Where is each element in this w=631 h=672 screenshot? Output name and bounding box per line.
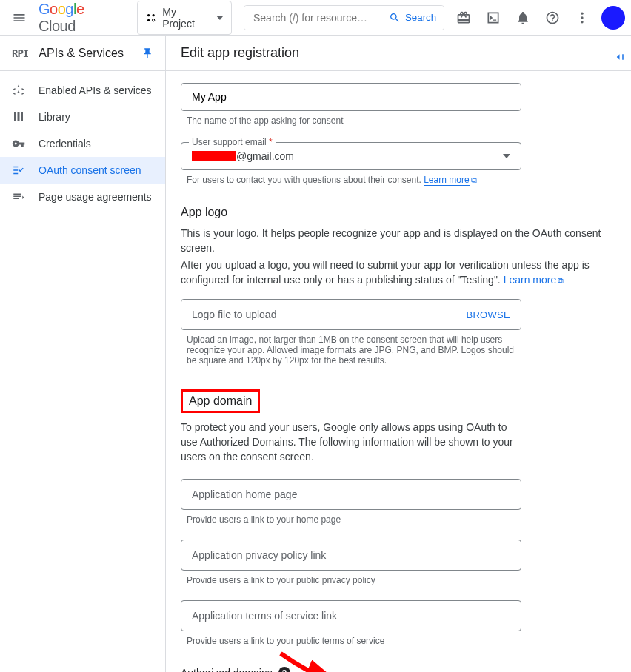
app-logo-desc1: This is your logo. It helps people recog… <box>181 226 616 255</box>
external-link-icon: ⧉ <box>471 175 477 184</box>
project-picker[interactable]: My Project <box>137 1 232 35</box>
learn-more-link[interactable]: Learn more <box>424 175 469 186</box>
api-icon: RPI <box>12 47 28 59</box>
main: Edit app registration The name of the ap… <box>166 36 631 672</box>
privacy-policy-input[interactable] <box>192 549 510 561</box>
user-email-help: For users to contact you with questions … <box>187 175 616 185</box>
header-utilities <box>450 4 625 31</box>
chevron-down-icon <box>503 154 510 158</box>
logo-upload-label: Logo file to upload <box>192 309 276 320</box>
redacted-email-prefix <box>192 151 236 161</box>
app-name-help: The name of the app asking for consent <box>187 115 616 126</box>
sidebar-item-page-usage[interactable]: Page usage agreements <box>0 184 165 210</box>
search-container: Search <box>244 5 444 30</box>
search-icon <box>389 12 401 24</box>
sidebar-item-credentials[interactable]: Credentials <box>0 130 165 157</box>
search-button[interactable]: Search <box>378 6 444 30</box>
privacy-policy-field[interactable] <box>181 540 521 571</box>
sidebar-title: APIs & Services <box>39 47 124 60</box>
privacy-policy-help: Provide users a link to your public priv… <box>187 575 616 585</box>
tos-input[interactable] <box>192 610 510 622</box>
svg-point-1 <box>152 14 154 16</box>
notifications-icon[interactable] <box>510 4 536 31</box>
sidebar-item-label: OAuth consent screen <box>39 164 141 176</box>
tos-help: Provide users a link to your public term… <box>187 636 616 646</box>
learn-more-link[interactable]: Learn more <box>504 274 557 286</box>
sidebar-header: RPI APIs & Services <box>0 36 165 71</box>
svg-point-0 <box>147 14 149 16</box>
google-cloud-logo[interactable]: Google Cloud <box>39 1 125 35</box>
pin-icon[interactable] <box>141 47 153 59</box>
sidebar-item-oauth-consent[interactable]: OAuth consent screen <box>0 157 165 184</box>
help-icon[interactable] <box>539 4 566 31</box>
email-suffix: @gmail.com <box>236 150 294 162</box>
home-page-help: Provide users a link to your home page <box>187 514 616 525</box>
app-logo-desc2: After you upload a logo, you will need t… <box>181 258 616 287</box>
project-name: My Project <box>162 6 210 30</box>
sidebar-item-library[interactable]: Library <box>0 104 165 130</box>
main-header: Edit app registration <box>166 36 631 71</box>
gift-icon[interactable] <box>450 4 477 31</box>
top-header: Google Cloud My Project Search <box>0 0 631 36</box>
app-domain-desc: To protect you and your users, Google on… <box>181 420 521 464</box>
logo-upload-field[interactable]: Logo file to upload BROWSE <box>181 299 521 330</box>
app-logo-heading: App logo <box>181 206 616 219</box>
sidebar-item-label: Page usage agreements <box>39 191 152 203</box>
logo-upload-help: Upload an image, not larger than 1MB on … <box>187 335 521 366</box>
cloud-shell-icon[interactable] <box>480 4 507 31</box>
user-support-email-field[interactable]: User support email * @gmail.com <box>181 142 521 170</box>
app-name-field[interactable] <box>181 83 521 111</box>
authorized-domains-heading: Authorized domains <box>181 667 273 672</box>
user-email-label: User support email * <box>189 137 276 147</box>
avatar[interactable] <box>601 6 625 30</box>
browse-button[interactable]: BROWSE <box>466 309 510 320</box>
project-icon <box>145 12 157 24</box>
sidebar: RPI APIs & Services Enabled APIs & servi… <box>0 36 166 672</box>
search-input[interactable] <box>244 6 378 30</box>
home-page-input[interactable] <box>192 488 510 500</box>
svg-point-2 <box>147 19 149 21</box>
help-tooltip-icon[interactable]: ? <box>278 667 290 672</box>
svg-point-6 <box>581 21 583 23</box>
sidebar-item-label: Enabled APIs & services <box>39 84 152 96</box>
app-name-input[interactable] <box>192 91 510 103</box>
agreements-icon <box>12 190 27 204</box>
key-icon <box>12 137 27 150</box>
app-domain-heading: App domain <box>181 389 260 413</box>
library-icon <box>12 110 27 124</box>
page-title: Edit app registration <box>181 45 299 61</box>
consent-icon <box>12 164 27 177</box>
authorized-domains-header: Authorized domains ? <box>181 667 616 672</box>
home-page-field[interactable] <box>181 479 521 510</box>
sidebar-item-enabled-apis[interactable]: Enabled APIs & services <box>0 77 165 104</box>
svg-point-3 <box>152 19 154 21</box>
collapse-panel-icon[interactable] <box>606 44 631 70</box>
svg-point-4 <box>581 12 583 14</box>
external-link-icon: ⧉ <box>558 276 564 285</box>
menu-icon[interactable] <box>6 4 33 31</box>
tos-field[interactable] <box>181 600 521 631</box>
svg-point-5 <box>581 16 583 19</box>
more-icon[interactable] <box>569 4 595 31</box>
chevron-down-icon <box>216 16 224 20</box>
sidebar-item-label: Credentials <box>39 138 91 149</box>
enabled-apis-icon <box>12 84 27 97</box>
sidebar-item-label: Library <box>39 111 70 123</box>
